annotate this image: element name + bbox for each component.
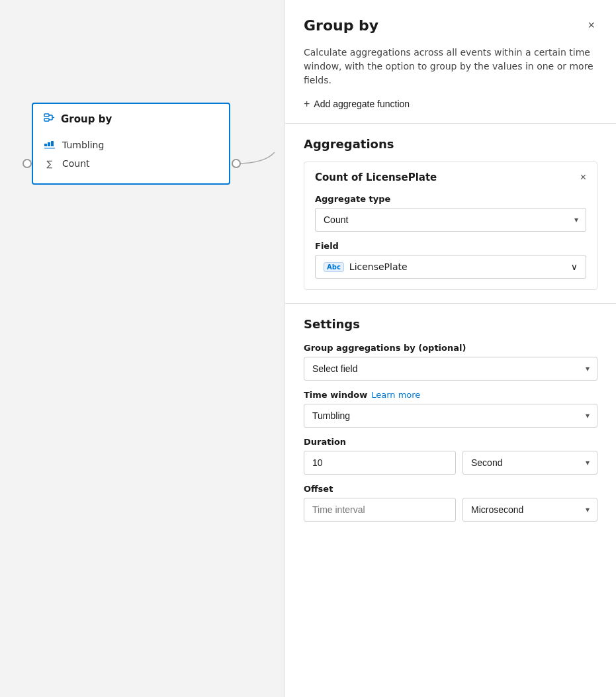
svg-rect-6 — [44, 144, 47, 146]
time-window-select[interactable]: Tumbling Hopping Sliding Session — [304, 404, 597, 428]
panel-description: Calculate aggregations across all events… — [285, 46, 616, 98]
group-by-node[interactable]: Group by Tumbling ∑ Count — [32, 103, 230, 185]
sigma-icon: ∑ — [44, 159, 56, 169]
field-value: LicensePlate — [349, 261, 408, 272]
duration-unit-select[interactable]: Second Minute Hour — [462, 451, 597, 475]
node-title: Group by — [61, 113, 112, 125]
group-by-icon — [44, 112, 56, 126]
svg-rect-1 — [44, 118, 49, 121]
add-aggregate-function-button[interactable]: + Add aggregate function — [304, 98, 597, 110]
field-dropdown-left: Abc LicensePlate — [324, 261, 408, 272]
plus-icon: + — [304, 98, 310, 110]
right-panel: Group by × Calculate aggregations across… — [285, 0, 616, 697]
duration-input[interactable]: 10 — [304, 451, 456, 475]
node-header: Group by — [44, 112, 218, 126]
duration-unit-wrapper: Second Minute Hour ▾ — [462, 451, 597, 475]
time-window-dropdown-wrapper: Tumbling Hopping Sliding Session ▾ — [304, 404, 597, 428]
aggregations-section-title: Aggregations — [285, 137, 616, 151]
settings-title: Settings — [304, 317, 597, 331]
settings-section: Settings Group aggregations by (optional… — [285, 303, 616, 535]
count-item: ∑ Count — [44, 154, 218, 173]
group-by-select[interactable]: Select field — [304, 357, 597, 381]
offset-unit-wrapper: Microsecond Millisecond Second Minute Ho… — [462, 498, 597, 522]
svg-rect-0 — [44, 114, 49, 116]
time-window-label-wrapper: Time window Learn more — [304, 390, 597, 400]
aggregate-type-select[interactable]: Count Sum Average Min Max — [315, 208, 586, 232]
tumbling-label: Tumbling — [62, 140, 104, 150]
panel-title: Group by — [304, 17, 378, 34]
field-select-button[interactable]: Abc LicensePlate ∨ — [315, 255, 586, 279]
count-label: Count — [62, 158, 90, 169]
abc-badge: Abc — [324, 262, 344, 272]
offset-label: Offset — [304, 484, 597, 494]
svg-rect-8 — [51, 141, 54, 146]
canvas-area: Group by Tumbling ∑ Count — [0, 0, 285, 697]
aggregation-card-title: Count of LicensePlate — [315, 171, 437, 183]
aggregation-card-header: Count of LicensePlate × — [315, 171, 586, 183]
offset-row: Microsecond Millisecond Second Minute Ho… — [304, 498, 597, 522]
panel-close-button[interactable]: × — [585, 16, 597, 35]
duration-label: Duration — [304, 437, 597, 447]
offset-input[interactable] — [304, 498, 456, 522]
aggregate-type-dropdown-wrapper: Count Sum Average Min Max ▾ — [315, 208, 586, 232]
divider-1 — [285, 123, 616, 124]
field-label: Field — [315, 241, 586, 251]
group-by-dropdown-wrapper: Select field ▾ — [304, 357, 597, 381]
connector-left — [22, 159, 32, 168]
duration-row: 10 Second Minute Hour ▾ — [304, 451, 597, 475]
remove-aggregation-button[interactable]: × — [580, 171, 586, 183]
learn-more-link[interactable]: Learn more — [371, 390, 420, 400]
svg-rect-7 — [48, 142, 50, 146]
connector-right — [232, 159, 241, 168]
offset-unit-select[interactable]: Microsecond Millisecond Second Minute Ho… — [462, 498, 597, 522]
field-chevron-icon: ∨ — [571, 261, 578, 272]
add-aggregate-label: Add aggregate function — [314, 99, 410, 109]
aggregation-card: Count of LicensePlate × Aggregate type C… — [304, 162, 597, 290]
tumbling-icon — [44, 141, 56, 149]
group-by-field-label: Group aggregations by (optional) — [304, 343, 597, 353]
time-window-label: Time window — [304, 390, 367, 400]
panel-header: Group by × — [285, 0, 616, 46]
aggregate-type-label: Aggregate type — [315, 194, 586, 204]
tumbling-item: Tumbling — [44, 136, 218, 154]
